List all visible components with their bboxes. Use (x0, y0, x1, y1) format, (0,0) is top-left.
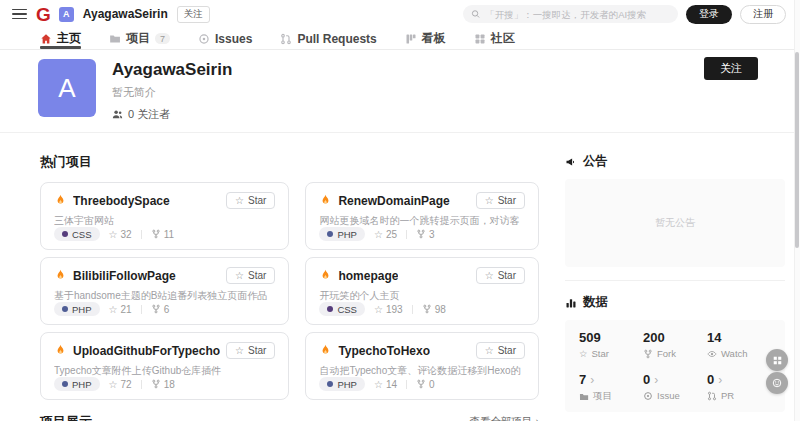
stat-issues[interactable]: 0› Issue (643, 372, 707, 403)
project-card[interactable]: ThreebodySpace ☆Star 三体宇宙网站 CSS ☆32 11 (40, 182, 289, 250)
profile-followers[interactable]: 0 关注者 (112, 107, 232, 122)
project-name[interactable]: RenewDomainPage (338, 194, 449, 208)
follow-button[interactable]: 关注 (704, 57, 758, 80)
language-dot (62, 306, 68, 312)
sidebar: 公告 暂无公告 数据 509 ☆Star 200 Fork 14 Watch (565, 133, 785, 421)
search-input[interactable] (485, 9, 670, 20)
login-button[interactable]: 登录 (686, 5, 732, 24)
divider (406, 230, 407, 239)
star-count: ☆21 (109, 304, 132, 315)
feedback-float-button[interactable] (766, 372, 788, 394)
scrollbar-thumb[interactable] (795, 52, 799, 248)
profile-tabbar: 主页 项目 7 Issues Pull Requests 看板 社区 (0, 28, 800, 50)
chart-icon (565, 297, 577, 309)
announcement-box: 暂无公告 (565, 179, 785, 267)
stat-prs[interactable]: 0› PR (707, 372, 771, 403)
star-icon: ☆ (374, 304, 383, 315)
project-name[interactable]: ThreebodySpace (73, 194, 170, 208)
project-description: 自动把Typecho文章、评论数据迁移到Hexo的PHP脚本程序 (319, 364, 525, 377)
divider (412, 305, 413, 314)
smiley-icon (771, 377, 783, 389)
project-name[interactable]: BilibiliFollowPage (73, 269, 176, 283)
project-description: 网站更换域名时的一个跳转提示页面，对访客友好的同时蜘蛛访问直接301重定向，优化… (319, 214, 525, 227)
hamburger-menu-icon[interactable] (12, 9, 27, 20)
star-count: ☆14 (374, 379, 397, 390)
fork-count: 11 (151, 229, 174, 240)
navbar-username[interactable]: AyagawaSeirin (83, 7, 168, 21)
project-description: Typecho文章附件上传Github仓库插件 (54, 364, 275, 377)
fork-icon (151, 379, 161, 389)
star-button[interactable]: ☆Star (226, 192, 275, 209)
tab-community[interactable]: 社区 (474, 28, 515, 49)
tab-pull-requests[interactable]: Pull Requests (280, 28, 376, 49)
register-button[interactable]: 注册 (740, 5, 786, 24)
people-icon (112, 109, 123, 120)
project-name[interactable]: TypechoToHexo (338, 344, 430, 358)
fork-count: 0 (416, 379, 435, 390)
community-icon (474, 33, 486, 45)
project-card[interactable]: TypechoToHexo ☆Star 自动把Typecho文章、评论数据迁移到… (305, 332, 539, 400)
tab-issues[interactable]: Issues (198, 28, 252, 49)
language-chip: CSS (319, 302, 365, 316)
language-dot (327, 381, 333, 387)
star-button[interactable]: ☆Star (226, 267, 275, 284)
star-icon: ☆ (374, 379, 383, 390)
project-card[interactable]: homepage ☆Star 开玩笑的个人主页 CSS ☆193 98 (305, 257, 539, 325)
issue-icon (198, 33, 210, 45)
tab-home[interactable]: 主页 (40, 28, 81, 49)
projects-count-badge: 7 (155, 33, 170, 44)
fork-count: 3 (416, 229, 435, 240)
project-card[interactable]: UploadGithubForTypecho ☆Star Typecho文章附件… (40, 332, 289, 400)
star-button[interactable]: ☆Star (476, 192, 525, 209)
project-description: 基于handsome主题的B站追番列表独立页面作品 (54, 289, 275, 302)
gitee-logo[interactable]: G (36, 5, 50, 24)
search-box[interactable] (463, 5, 678, 23)
home-icon (40, 33, 52, 45)
stats-section-title: 数据 (565, 294, 785, 311)
star-button[interactable]: ☆Star (476, 342, 525, 359)
search-icon (471, 9, 480, 19)
star-count: ☆72 (109, 379, 132, 390)
tab-projects[interactable]: 项目 7 (109, 28, 170, 49)
qr-float-button[interactable] (766, 349, 788, 371)
stat-fork: 200 Fork (643, 330, 707, 359)
stat-projects[interactable]: 7› 项目 (579, 372, 643, 403)
star-icon: ☆ (485, 270, 494, 281)
fork-icon (643, 349, 653, 359)
star-icon: ☆ (485, 195, 494, 206)
announcement-section-title: 公告 (565, 153, 785, 170)
star-button[interactable]: ☆Star (226, 342, 275, 359)
fork-icon (416, 379, 426, 389)
star-icon: ☆ (579, 348, 588, 359)
project-description: 三体宇宙网站 (54, 214, 275, 227)
fork-icon (416, 229, 426, 239)
project-name[interactable]: homepage (338, 269, 398, 283)
profile-bio: 暂无简介 (112, 85, 232, 100)
announcement-empty-text: 暂无公告 (655, 216, 695, 230)
pull-request-icon (707, 391, 717, 401)
star-icon: ☆ (235, 345, 244, 356)
language-dot (62, 381, 68, 387)
project-card[interactable]: BilibiliFollowPage ☆Star 基于handsome主题的B站… (40, 257, 289, 325)
star-icon: ☆ (374, 229, 383, 240)
project-card[interactable]: RenewDomainPage ☆Star 网站更换域名时的一个跳转提示页面，对… (305, 182, 539, 250)
view-all-projects-link[interactable]: 查看全部项目 › (470, 415, 539, 421)
profile-avatar[interactable]: A (38, 59, 96, 117)
megaphone-icon (565, 156, 577, 168)
star-button[interactable]: ☆Star (476, 267, 525, 284)
stat-watch: 14 Watch (707, 330, 771, 359)
tab-board[interactable]: 看板 (405, 28, 446, 49)
folder-icon (109, 33, 121, 45)
star-icon: ☆ (235, 270, 244, 281)
qr-code-icon (772, 355, 783, 366)
scrollbar-track[interactable] (794, 0, 800, 421)
folder-icon (579, 392, 589, 402)
profile-header: A AyagawaSeirin 暂无简介 0 关注者 关注 (0, 50, 800, 133)
issue-icon (643, 391, 653, 401)
navbar-follow-chip[interactable]: 关注 (177, 6, 210, 23)
language-chip: PHP (319, 227, 365, 241)
user-avatar-mini[interactable]: A (59, 7, 74, 22)
project-name[interactable]: UploadGithubForTypecho (73, 344, 220, 358)
divider (141, 230, 142, 239)
project-description: 开玩笑的个人主页 (319, 289, 525, 302)
